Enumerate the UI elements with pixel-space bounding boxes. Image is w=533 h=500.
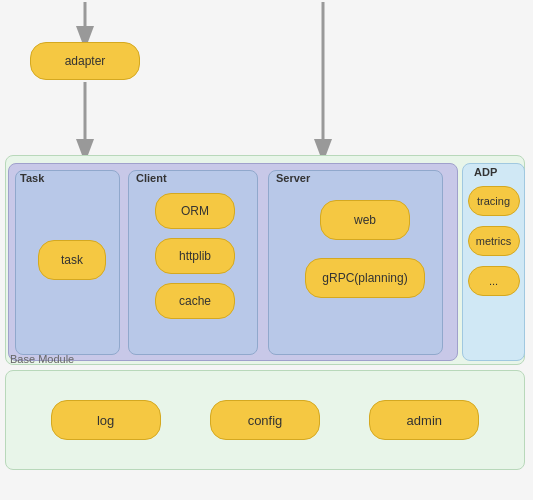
orm-label: ORM: [181, 204, 209, 218]
adp-dots-label: ...: [489, 275, 498, 287]
client-section-label: Client: [136, 172, 167, 184]
base-module-label: Base Module: [10, 353, 74, 365]
admin-box: admin: [369, 400, 479, 440]
task-box: task: [38, 240, 106, 280]
adp-tracing-box: tracing: [468, 186, 520, 216]
adp-metrics-box: metrics: [468, 226, 520, 256]
cache-label: cache: [179, 294, 211, 308]
grpc-label: gRPC(planning): [322, 271, 407, 285]
httplib-box: httplib: [155, 238, 235, 274]
orm-box: ORM: [155, 193, 235, 229]
adp-dots-box: ...: [468, 266, 520, 296]
web-label: web: [354, 213, 376, 227]
server-section-label: Server: [276, 172, 310, 184]
config-label: config: [248, 413, 283, 428]
log-box: log: [51, 400, 161, 440]
adp-metrics-label: metrics: [476, 235, 511, 247]
adp-title: ADP: [474, 166, 497, 178]
task-section-label: Task: [20, 172, 44, 184]
diagram-container: adapter Task task Client ORM httplib cac…: [0, 0, 533, 500]
config-box: config: [210, 400, 320, 440]
bottom-area: log config admin: [5, 370, 525, 470]
httplib-label: httplib: [179, 249, 211, 263]
web-box: web: [320, 200, 410, 240]
adp-panel: tracing metrics ...: [462, 163, 525, 361]
admin-label: admin: [407, 413, 442, 428]
grpc-box: gRPC(planning): [305, 258, 425, 298]
cache-box: cache: [155, 283, 235, 319]
log-label: log: [97, 413, 114, 428]
task-item-label: task: [61, 253, 83, 267]
adapter-box: adapter: [30, 42, 140, 80]
adapter-label: adapter: [65, 54, 106, 68]
adp-tracing-label: tracing: [477, 195, 510, 207]
